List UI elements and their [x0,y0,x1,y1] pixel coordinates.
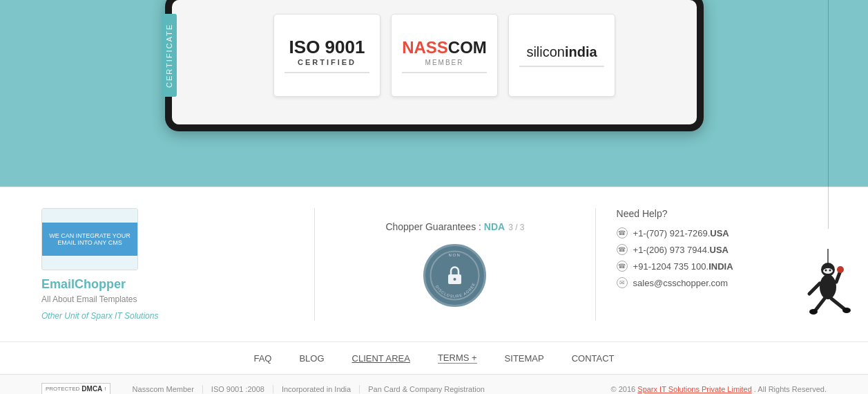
footer-bottom-left: PROTECTED DMCA ! Nasscom Member ISO 9001… [41,383,493,394]
phone-icon-3: ☎ [617,261,628,272]
brand-name: EmailChopper [41,277,293,292]
top-section: Certificate ISO 9001 CERTIFIED [0,0,868,187]
company-link[interactable]: Sparx IT Solutions Private Limited [637,385,751,393]
certificate-tab: Certificate [162,14,177,97]
tablet: Certificate ISO 9001 CERTIFIED [165,0,704,131]
footer-bottom: PROTECTED DMCA ! Nasscom Member ISO 9001… [0,374,868,394]
svg-point-18 [842,308,851,313]
svg-point-9 [823,268,833,274]
rope-line [828,0,829,229]
ninja-svg [802,249,854,339]
nav-blog[interactable]: BLOG [299,353,324,364]
email-icon: ✉ [617,277,628,288]
email-text[interactable]: sales@csschopper.com [633,278,728,288]
ninja-figure [802,249,854,341]
footer-nav: FAQ BLOG CLIENT AREA TERMS + SITEMAP CON… [0,341,868,374]
guarantee-title: Chopper Guarantees : NDA3 / 3 [385,221,524,232]
svg-line-15 [815,299,824,311]
nav-terms[interactable]: TERMS + [438,353,477,364]
dmca-badge[interactable]: PROTECTED DMCA ! [41,383,110,394]
footer-contact-col: Need Help? ☎ +1-(707) 921-7269.USA ☎ +1-… [596,208,827,321]
brand-tagline: All About Email Templates [41,294,293,304]
pancard-badge: Pan Card & Company Registration [360,385,493,393]
footer-main: WE CAN INTEGRATE YOUR EMAIL INTO ANY CMS… [0,187,868,341]
help-title: Need Help? [617,208,827,219]
svg-point-14 [837,266,844,273]
bottom-badges: Nasscom Member ISO 9001 :2008 Incorporat… [124,385,493,393]
cert-card-divider [402,72,486,73]
siliconindia-logo: siliconindia [526,44,597,60]
cert-card-divider [284,72,369,73]
svg-line-12 [809,283,820,294]
nav-contact[interactable]: CONTACT [572,353,615,364]
tablet-screen: Certificate ISO 9001 CERTIFIED [172,0,697,124]
footer-copyright: © 2016 Sparx IT Solutions Private Limite… [611,385,827,393]
nda-badge: NON DISCLOSURE AGREEMENT [422,243,488,308]
dmca-protected-text: PROTECTED [46,386,79,392]
brand-logo-box: WE CAN INTEGRATE YOUR EMAIL INTO ANY CMS [41,208,138,270]
nasscom-badge: Nasscom Member [124,385,203,393]
phone-2: ☎ +1-(206) 973 7944.USA [617,244,827,255]
svg-text:NON: NON [449,253,461,257]
phone-1-text: +1-(707) 921-7269.USA [633,228,729,238]
svg-point-17 [809,309,818,315]
nav-faq[interactable]: FAQ [253,353,271,364]
tablet-container: Certificate ISO 9001 CERTIFIED [165,0,704,131]
cert-card-divider [519,66,604,67]
siliconindia-cert-card: siliconindia [508,14,615,97]
nav-client-area[interactable]: CLIENT AREA [352,353,410,364]
svg-point-11 [829,270,831,272]
iso-logo: ISO 9001 CERTIFIED [289,37,365,67]
nav-sitemap[interactable]: SITEMAP [505,353,544,364]
email-contact: ✉ sales@csschopper.com [617,277,827,288]
brand-unit[interactable]: Other Unit of Sparx IT Solutions [41,311,293,321]
iso-cert-card: ISO 9001 CERTIFIED [273,14,380,97]
cert-cards: ISO 9001 CERTIFIED NASSCOM MEMBER [193,14,676,104]
svg-point-3 [454,278,456,281]
svg-point-7 [820,274,836,299]
phone-3: ☎ +91-1204 735 100.INDIA [617,261,827,272]
nasscom-logo: NASSCOM MEMBER [402,38,487,66]
svg-point-10 [825,270,827,272]
footer-brand-col: WE CAN INTEGRATE YOUR EMAIL INTO ANY CMS… [41,208,315,321]
nasscom-cert-card: NASSCOM MEMBER [391,14,498,97]
phone-icon-2: ☎ [617,244,628,255]
footer-guarantee-col: Chopper Guarantees : NDA3 / 3 NON DISCLO… [315,208,595,321]
india-badge: Incorporated in India [273,385,360,393]
phone-icon-1: ☎ [617,227,628,238]
svg-line-16 [831,299,845,310]
phone-3-text: +91-1204 735 100.INDIA [633,261,733,272]
dmca-label: DMCA [81,385,102,393]
iso-badge: ISO 9001 :2008 [203,385,273,393]
phone-1: ☎ +1-(707) 921-7269.USA [617,227,827,238]
phone-2-text: +1-(206) 973 7944.USA [633,245,729,255]
